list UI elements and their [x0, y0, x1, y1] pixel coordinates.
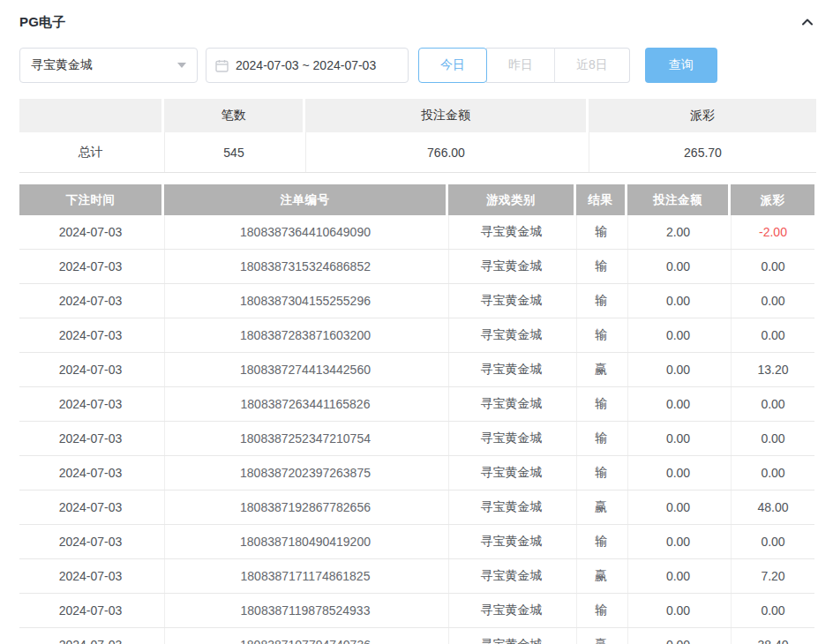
date-range-value: 2024-07-03 ~ 2024-07-03 [236, 58, 376, 72]
cell-payout: 48.00 [731, 490, 814, 524]
date-range-input[interactable]: 2024-07-03 ~ 2024-07-03 [206, 48, 409, 83]
cell-bet-time: 2024-07-03 [19, 353, 161, 386]
cell-payout: 13.20 [731, 353, 814, 386]
cell-game-type: 寻宝黄金城 [448, 594, 574, 627]
cell-payout: 0.00 [731, 387, 814, 421]
cell-bet-time: 2024-07-03 [19, 456, 161, 490]
cell-bet-amount: 0.00 [627, 525, 728, 558]
records-body: 2024-07-031808387364410649090寻宝黄金城输2.00-… [19, 215, 814, 644]
cell-game-type: 寻宝黄金城 [448, 215, 574, 249]
cell-bet-amount: 0.00 [627, 284, 728, 318]
summary-total-label: 总计 [19, 132, 161, 172]
cell-bet-id: 1808387263441165826 [164, 387, 446, 421]
cell-bet-time: 2024-07-03 [19, 559, 161, 593]
records-table: 下注时间 注单编号 游戏类别 结果 投注金额 派彩 2024-07-031808… [19, 184, 814, 644]
game-select[interactable]: 寻宝黄金城 [19, 48, 198, 83]
cell-bet-amount: 0.00 [627, 387, 728, 421]
cell-bet-id: 1808387107794740736 [164, 628, 446, 644]
summary-header-count: 笔数 [164, 99, 303, 132]
summary-total-payout: 265.70 [589, 132, 816, 172]
cell-result: 输 [576, 215, 625, 249]
cell-bet-id: 1808387180490419200 [164, 525, 446, 558]
cell-bet-id: 1808387274413442560 [164, 353, 446, 386]
summary-header-row: 笔数 投注金额 派彩 [19, 99, 816, 132]
table-row: 2024-07-031808387107794740736寻宝黄金城赢0.003… [19, 628, 814, 644]
chevron-down-icon [177, 63, 186, 68]
table-row: 2024-07-031808387283871603200寻宝黄金城输0.000… [19, 318, 814, 353]
cell-game-type: 寻宝黄金城 [448, 490, 574, 524]
records-header-bet-amount: 投注金额 [627, 184, 728, 215]
table-row: 2024-07-031808387263441165826寻宝黄金城输0.000… [19, 387, 814, 422]
cell-payout: 0.00 [731, 594, 814, 627]
cell-payout: 0.00 [731, 250, 814, 283]
cell-result: 输 [576, 422, 625, 455]
cell-bet-id: 1808387364410649090 [164, 215, 446, 249]
table-row: 2024-07-031808387202397263875寻宝黄金城输0.000… [19, 456, 814, 490]
table-row: 2024-07-031808387315324686852寻宝黄金城输0.000… [19, 250, 814, 284]
calendar-icon [215, 59, 229, 72]
cell-game-type: 寻宝黄金城 [448, 456, 574, 490]
yesterday-button[interactable]: 昨日 [486, 48, 555, 83]
cell-game-type: 寻宝黄金城 [448, 525, 574, 558]
cell-bet-id: 1808387171174861825 [164, 559, 446, 593]
cell-bet-amount: 0.00 [627, 594, 728, 627]
cell-result: 赢 [576, 559, 625, 593]
page-title: PG电子 [19, 14, 65, 31]
cell-bet-time: 2024-07-03 [19, 387, 161, 421]
cell-bet-amount: 0.00 [627, 422, 728, 455]
today-button[interactable]: 今日 [418, 48, 487, 83]
cell-result: 输 [576, 456, 625, 490]
records-header-row: 下注时间 注单编号 游戏类别 结果 投注金额 派彩 [19, 184, 814, 215]
cell-bet-time: 2024-07-03 [19, 628, 161, 644]
last-8-days-button[interactable]: 近8日 [554, 48, 630, 83]
collapse-button[interactable] [799, 13, 816, 31]
cell-bet-id: 1808387119878524933 [164, 594, 446, 627]
records-header-payout: 派彩 [731, 184, 814, 215]
table-row: 2024-07-031808387304155255296寻宝黄金城输0.000… [19, 284, 814, 318]
game-select-value: 寻宝黄金城 [31, 57, 93, 73]
cell-game-type: 寻宝黄金城 [448, 250, 574, 283]
cell-bet-amount: 0.00 [627, 250, 728, 283]
cell-bet-time: 2024-07-03 [19, 422, 161, 455]
cell-result: 赢 [576, 353, 625, 386]
summary-total-row: 总计 545 766.00 265.70 [19, 132, 816, 173]
records-header-bet-time: 下注时间 [19, 184, 161, 215]
cell-result: 输 [576, 387, 625, 421]
cell-bet-id: 1808387304155255296 [164, 284, 446, 318]
cell-bet-amount: 0.00 [627, 490, 728, 524]
cell-payout: 0.00 [731, 422, 814, 455]
cell-payout: 7.20 [731, 559, 814, 593]
chevron-up-icon [800, 15, 814, 29]
cell-payout: -2.00 [731, 215, 814, 249]
records-header-bet-id: 注单编号 [164, 184, 446, 215]
cell-result: 输 [576, 525, 625, 558]
summary-total-count: 545 [164, 132, 303, 172]
query-button[interactable]: 查询 [645, 48, 717, 83]
records-header-result: 结果 [576, 184, 625, 215]
table-row: 2024-07-031808387180490419200寻宝黄金城输0.000… [19, 525, 814, 559]
cell-game-type: 寻宝黄金城 [448, 387, 574, 421]
cell-bet-time: 2024-07-03 [19, 250, 161, 283]
cell-bet-id: 1808387315324686852 [164, 250, 446, 283]
cell-bet-amount: 0.00 [627, 628, 728, 644]
cell-game-type: 寻宝黄金城 [448, 422, 574, 455]
cell-result: 输 [576, 318, 625, 352]
summary-header-blank [19, 99, 161, 132]
summary-header-payout: 派彩 [589, 99, 816, 132]
cell-bet-amount: 0.00 [627, 353, 728, 386]
cell-payout: 38.40 [731, 628, 814, 644]
summary-total-bet-amount: 766.00 [305, 132, 586, 172]
cell-result: 输 [576, 594, 625, 627]
table-row: 2024-07-031808387192867782656寻宝黄金城赢0.004… [19, 490, 814, 525]
cell-payout: 0.00 [731, 525, 814, 558]
cell-bet-id: 1808387283871603200 [164, 318, 446, 352]
cell-payout: 0.00 [731, 284, 814, 318]
cell-bet-time: 2024-07-03 [19, 318, 161, 352]
bet-records-panel: PG电子 寻宝黄金城 2024-07-03 ~ 2024-07- [0, 0, 818, 644]
table-row: 2024-07-031808387364410649090寻宝黄金城输2.00-… [19, 215, 814, 250]
filter-bar: 寻宝黄金城 2024-07-03 ~ 2024-07-03 今日 昨日 近8日 … [19, 48, 816, 83]
cell-bet-time: 2024-07-03 [19, 525, 161, 558]
cell-game-type: 寻宝黄金城 [448, 353, 574, 386]
cell-result: 赢 [576, 628, 625, 644]
cell-bet-amount: 0.00 [627, 318, 728, 352]
